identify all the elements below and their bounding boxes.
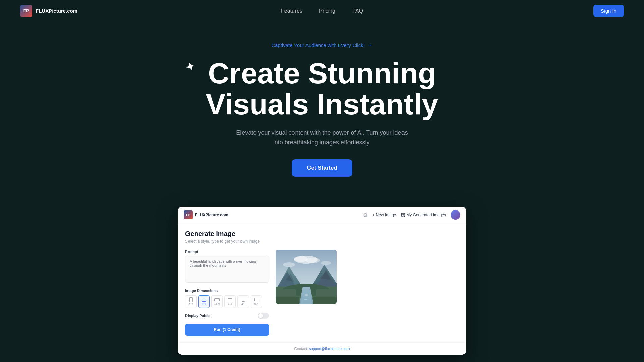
app-logo-icon: FP [184,210,193,219]
app-controls: Prompt Image Dimensions 2:3 1:1 16:9 [185,250,269,336]
hero-title: ✦ Create Stunning Visuals Instantly [206,58,438,120]
hero-banner[interactable]: Captivate Your Audience with Every Click… [271,42,373,48]
app-body: Generate Image Select a style, type to g… [178,223,466,342]
avatar[interactable] [451,210,460,220]
hero-section: Captivate Your Audience with Every Click… [0,22,644,207]
nav-faq[interactable]: FAQ [352,8,363,14]
display-public-toggle[interactable] [258,313,269,319]
svg-point-4 [283,262,295,267]
new-image-button[interactable]: + New Image [372,213,396,217]
display-public-row: Display Public [185,313,269,319]
logo-text: FLUXPicture.com [36,8,77,14]
hero-subtitle: Elevate your visual content with the pow… [235,128,409,147]
toggle-knob [258,313,263,318]
app-logo: FP FLUXPicture.com [184,210,228,219]
app-topbar-actions: ⚙ + New Image 🖼 My Generated Images [363,210,460,220]
app-topbar: FP FLUXPicture.com ⚙ + New Image 🖼 My Ge… [178,207,466,223]
svg-point-3 [305,258,320,263]
landscape-svg [276,250,337,304]
run-button[interactable]: Run (1 Credit) [185,324,269,336]
svg-rect-18 [276,297,299,304]
sign-in-button[interactable]: Sign In [593,5,624,17]
logo[interactable]: FP FLUXPicture.com [20,5,77,17]
settings-icon[interactable]: ⚙ [363,212,368,218]
dim-btn-3-2[interactable]: 3:2 [224,295,236,308]
nav-pricing[interactable]: Pricing [319,8,335,14]
svg-point-17 [304,299,307,300]
app-main-content: Prompt Image Dimensions 2:3 1:1 16:9 [185,250,459,342]
app-logo-text: FLUXPicture.com [195,213,228,217]
contact-email[interactable]: support@fluxpicture.com [309,347,350,351]
hero-banner-text: Captivate Your Audience with Every Click… [271,42,365,48]
svg-point-16 [304,294,308,296]
dim-btn-16-9[interactable]: 16:9 [211,295,223,308]
images-icon: 🖼 [401,213,405,217]
prompt-textarea[interactable] [185,256,269,283]
dimensions-label: Image Dimensions [185,289,269,293]
nav-links: Features Pricing FAQ [281,8,363,14]
nav-features[interactable]: Features [281,8,302,14]
app-image-area [276,250,459,336]
dim-btn-5-4[interactable]: 5:4 [251,295,262,308]
get-started-button[interactable]: Get Started [292,159,352,177]
generate-title: Generate Image [185,230,459,238]
my-generated-images-button[interactable]: 🖼 My Generated Images [401,213,446,217]
dim-btn-2-3[interactable]: 2:3 [185,295,197,308]
display-public-label: Display Public [185,314,210,318]
dim-btn-4-5[interactable]: 4:5 [237,295,249,308]
svg-point-5 [321,261,331,265]
navbar: FP FLUXPicture.com Features Pricing FAQ … [0,0,644,22]
app-preview-window: FP FLUXPicture.com ⚙ + New Image 🖼 My Ge… [178,207,466,355]
prompt-label: Prompt [185,250,269,254]
dimensions-row: 2:3 1:1 16:9 3:2 [185,295,269,308]
dim-btn-1-1[interactable]: 1:1 [198,295,210,308]
svg-rect-19 [313,297,337,304]
sparkle-icon: ✦ [184,60,197,74]
generate-subtitle: Select a style, type to get your own ima… [185,239,459,244]
contact-label: Contact: [294,347,308,351]
app-footer: Contact: support@fluxpicture.com [178,342,466,355]
generated-image-preview [276,250,337,304]
arrow-icon: → [367,42,373,48]
logo-icon: FP [20,5,32,17]
